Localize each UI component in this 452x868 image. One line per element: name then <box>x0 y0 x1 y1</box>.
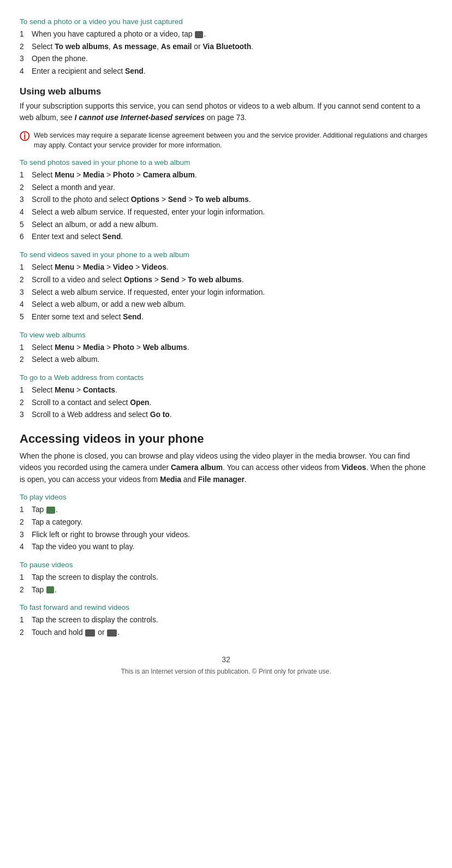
section-heading-fast-forward-rewind: To fast forward and rewind videos <box>20 603 432 611</box>
list-item: 1 Tap . <box>20 504 432 516</box>
list-item: 5 Select an album, or add a new album. <box>20 219 432 231</box>
list-item: 4 Select a web album, or add a new web a… <box>20 299 432 311</box>
note-text: Web services may require a separate lice… <box>34 130 432 151</box>
video-icon <box>46 507 55 514</box>
section-fast-forward-rewind: To fast forward and rewind videos 1 Tap … <box>20 603 432 638</box>
section-heading-send-photo: To send a photo or a video you have just… <box>20 17 432 26</box>
pause-icon <box>46 586 54 593</box>
list-item: 2 Scroll to a video and select Options >… <box>20 275 432 286</box>
list-item: 4 Select a web album service. If request… <box>20 207 432 218</box>
sub-heading-web-albums: Using web albums <box>20 86 432 97</box>
page-number: 32 <box>20 655 432 664</box>
note-icon: ⓘ <box>20 129 29 144</box>
list-item: 1 Select Menu > Media > Photo > Web albu… <box>20 342 432 354</box>
section-pause-videos: To pause videos 1 Tap the screen to disp… <box>20 561 432 596</box>
section-using-web-albums: Using web albums If your subscription su… <box>20 86 432 151</box>
section-heading-send-photos-web: To send photos saved in your phone to a … <box>20 158 432 167</box>
list-item: 1 Tap the screen to display the controls… <box>20 615 432 626</box>
list-item: 1 Select Menu > Media > Video > Videos. <box>20 262 432 274</box>
list-item: 4 Enter a recipient and select Send. <box>20 66 432 78</box>
share-icon <box>195 31 203 38</box>
list-item: 2 Select a web album. <box>20 354 432 366</box>
section-view-web-albums: To view web albums 1 Select Menu > Media… <box>20 331 432 366</box>
list-item: 3 Flick left or right to browse through … <box>20 530 432 541</box>
section-go-to-web-address: To go to a Web address from contacts 1 S… <box>20 373 432 421</box>
list-item: 3 Open the phone. <box>20 53 432 65</box>
list-item: 3 Select a web album service. If request… <box>20 287 432 299</box>
section-heading-send-videos-web: To send videos saved in your phone to a … <box>20 251 432 259</box>
list-item: 1 Tap the screen to display the controls… <box>20 572 432 584</box>
section-send-photos-web: To send photos saved in your phone to a … <box>20 158 432 243</box>
page-footer: 32 This is an Internet version of this p… <box>20 655 432 675</box>
section-send-videos-web: To send videos saved in your phone to a … <box>20 251 432 323</box>
list-item: 1 When you have captured a photo or a vi… <box>20 29 432 40</box>
steps-list-fast-forward-rewind: 1 Tap the screen to display the controls… <box>20 615 432 638</box>
list-item: 2 Select a month and year. <box>20 182 432 194</box>
page-content: To send a photo or a video you have just… <box>20 17 432 675</box>
footer-text: This is an Internet version of this publ… <box>121 668 331 675</box>
list-item: 1 Select Menu > Media > Photo > Camera a… <box>20 170 432 181</box>
list-item: 1 Select Menu > Contacts. <box>20 385 432 396</box>
list-item: 2 Tap . <box>20 585 432 596</box>
steps-list-view-web-albums: 1 Select Menu > Media > Photo > Web albu… <box>20 342 432 366</box>
list-item: 4 Tap the video you want to play. <box>20 542 432 553</box>
steps-list-send-videos-web: 1 Select Menu > Media > Video > Videos. … <box>20 262 432 323</box>
steps-list-send-photos-web: 1 Select Menu > Media > Photo > Camera a… <box>20 170 432 243</box>
main-heading-accessing-videos: Accessing videos in your phone <box>20 432 432 446</box>
steps-list-play-videos: 1 Tap . 2 Tap a category. 3 Flick left o… <box>20 504 432 553</box>
section-play-videos: To play videos 1 Tap . 2 Tap a category.… <box>20 493 432 553</box>
steps-list-send-photo: 1 When you have captured a photo or a vi… <box>20 29 432 78</box>
section-heading-pause-videos: To pause videos <box>20 561 432 569</box>
fast-forward-icon <box>85 629 95 637</box>
list-item: 2 Tap a category. <box>20 517 432 528</box>
section-heading-view-web-albums: To view web albums <box>20 331 432 339</box>
steps-list-pause-videos: 1 Tap the screen to display the controls… <box>20 572 432 596</box>
section-heading-go-to-web: To go to a Web address from contacts <box>20 373 432 382</box>
section-send-photo-video: To send a photo or a video you have just… <box>20 17 432 78</box>
steps-list-go-to-web: 1 Select Menu > Contacts. 2 Scroll to a … <box>20 385 432 421</box>
section-accessing-videos: Accessing videos in your phone When the … <box>20 432 432 485</box>
list-item: 3 Scroll to the photo and select Options… <box>20 194 432 206</box>
note-block-web-services: ⓘ Web services may require a separate li… <box>20 130 432 151</box>
rewind-icon <box>107 629 117 637</box>
list-item: 2 Touch and hold or . <box>20 627 432 639</box>
list-item: 5 Enter some text and select Send. <box>20 312 432 323</box>
para-web-albums-1: If your subscription supports this servi… <box>20 100 432 124</box>
list-item: 6 Enter text and select Send. <box>20 231 432 243</box>
para-accessing-videos: When the phone is closed, you can browse… <box>20 450 432 485</box>
list-item: 3 Scroll to a Web address and select Go … <box>20 409 432 421</box>
list-item: 2 Scroll to a contact and select Open. <box>20 397 432 409</box>
section-heading-play-videos: To play videos <box>20 493 432 501</box>
list-item: 2 Select To web albums, As message, As e… <box>20 41 432 53</box>
